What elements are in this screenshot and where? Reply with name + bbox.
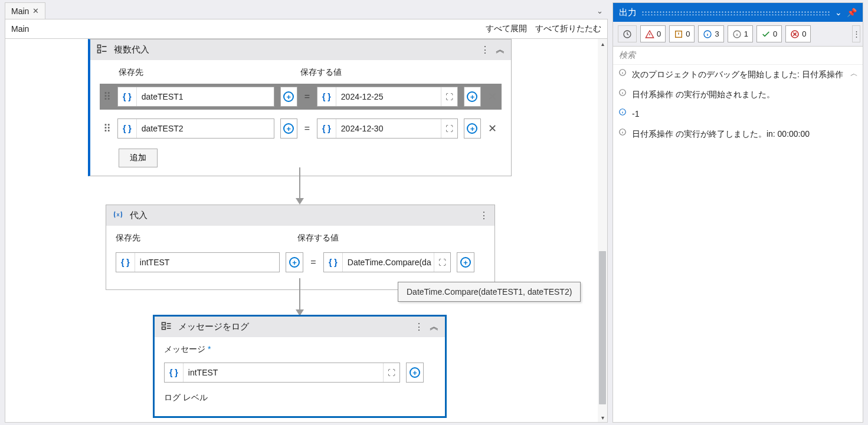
vertical-scrollbar[interactable]: ▴ ▾ — [598, 39, 607, 422]
svg-rect-0 — [98, 45, 101, 48]
breadcrumb-bar: Main すべて展開 すべて折りたたむ — [5, 19, 608, 39]
remove-row-icon[interactable]: ✕ — [487, 90, 498, 103]
scrollbar-thumb[interactable] — [599, 251, 606, 404]
activity-header[interactable]: メッセージをログ ⋮ ︽ — [155, 317, 445, 337]
close-icon[interactable]: ✕ — [32, 6, 39, 15]
activity-title: 代入 — [130, 210, 473, 221]
kebab-icon[interactable]: ⋮ — [479, 210, 489, 221]
filter-trace-button[interactable]: 1 — [728, 25, 753, 42]
trace-count: 1 — [744, 29, 748, 38]
equals-label: = — [309, 257, 317, 268]
expand-icon[interactable]: ⛶ — [434, 253, 450, 272]
tab-bar: Main ✕ ⌄ — [5, 2, 608, 19]
equals-label: = — [303, 123, 311, 134]
tab-main[interactable]: Main ✕ — [5, 2, 45, 19]
output-title: 出力 — [619, 7, 637, 18]
activity-header[interactable]: x 代入 ⋮ — [106, 205, 494, 226]
braces-icon: { } — [118, 119, 137, 138]
filter-warn-button[interactable]: 0 — [669, 25, 695, 42]
filter-overflow-icon[interactable]: ⋮ — [852, 25, 860, 42]
filter-clock-button[interactable] — [618, 25, 637, 42]
variable-plus-button[interactable]: + — [280, 118, 297, 139]
assign-icon: x — [112, 209, 124, 222]
equals-label: = — [303, 91, 311, 102]
log-entry[interactable]: -1 — [613, 104, 863, 124]
value-plus-button[interactable]: + — [464, 87, 481, 107]
variable-field[interactable]: { } intTEST — [116, 252, 280, 272]
filter-info-button[interactable]: 3 — [698, 25, 723, 42]
tooltip-text: DateTime.Compare(dateTEST1, dateTEST2) — [407, 287, 572, 296]
scroll-down-icon[interactable]: ▾ — [598, 413, 607, 422]
column-save-to: 保存先 — [119, 67, 300, 78]
collapse-log-icon[interactable]: ︿ — [850, 68, 858, 79]
connector — [299, 167, 300, 199]
expand-icon[interactable]: ⛶ — [383, 363, 399, 382]
success-count: 0 — [773, 29, 777, 38]
collapse-icon[interactable]: ︽ — [496, 44, 505, 56]
column-value: 保存する値 — [300, 67, 342, 78]
value-field[interactable]: { } 2024-12-30 ⛶ — [317, 118, 458, 139]
kebab-icon[interactable]: ⋮ — [414, 321, 424, 332]
variable-plus-button[interactable]: + — [280, 87, 297, 107]
activity-multi-assign[interactable]: 複数代入 ⋮ ︽ 保存先 保存する値 ⠿ { } dateTEST1 — [88, 39, 512, 176]
activity-title: メッセージをログ — [178, 321, 408, 332]
value-text: 2024-12-30 — [336, 124, 441, 133]
connector — [299, 278, 300, 310]
variable-name: intTEST — [135, 258, 279, 267]
activity-assign[interactable]: x 代入 ⋮ 保存先 保存する値 { } intTEST — [106, 205, 495, 290]
log-entry[interactable]: 次のプロジェクトのデバッグを開始しました: 日付系操作 — [613, 65, 863, 85]
drag-handle-icon[interactable]: ⠿ — [103, 95, 112, 98]
error-count: 0 — [657, 29, 661, 38]
breadcrumb[interactable]: Main — [11, 24, 29, 34]
assign-row[interactable]: ⠿ { } dateTEST1 + = { } 2024-12-25 ⛶ + — [100, 84, 502, 110]
remove-row-icon[interactable]: ✕ — [487, 122, 498, 135]
expand-icon[interactable]: ⛶ — [441, 87, 457, 106]
add-row-button[interactable]: 追加 — [119, 149, 158, 167]
assign-row[interactable]: ⠿ { } dateTEST2 + = { } 2024-12-30 ⛶ + — [100, 116, 502, 141]
value-text: 2024-12-25 — [336, 92, 441, 101]
message-value: intTEST — [184, 368, 383, 377]
required-marker: * — [208, 344, 211, 354]
tab-dropdown[interactable]: ⌄ — [597, 2, 608, 19]
message-plus-button[interactable]: + — [406, 363, 424, 383]
braces-icon: { } — [317, 119, 336, 138]
output-search-input[interactable]: 検索 — [613, 47, 863, 65]
expand-all-button[interactable]: すべて展開 — [486, 24, 527, 34]
filter-success-button[interactable]: 0 — [756, 25, 782, 42]
log-icon — [161, 320, 172, 334]
value-field[interactable]: { } 2024-12-25 ⛶ — [317, 87, 458, 107]
collapse-icon[interactable]: ︽ — [430, 321, 439, 333]
filter-error-button[interactable]: 0 — [640, 25, 666, 42]
variable-name: dateTEST2 — [137, 124, 274, 133]
scroll-up-icon[interactable]: ▴ — [598, 39, 607, 48]
value-field[interactable]: { } DateTime.Compare(da ⛶ — [323, 252, 451, 272]
log-entry[interactable]: 日付系操作 の実行が開始されました。 — [613, 85, 863, 105]
pin-icon[interactable]: 📌 — [847, 8, 857, 17]
message-field[interactable]: { } intTEST ⛶ — [164, 363, 400, 383]
value-text: DateTime.Compare(da — [343, 258, 434, 267]
svg-text:x: x — [117, 212, 120, 218]
activity-log-message[interactable]: メッセージをログ ⋮ ︽ メッセージ * { } intTEST ⛶ — [153, 315, 447, 418]
workflow-canvas[interactable]: 複数代入 ⋮ ︽ 保存先 保存する値 ⠿ { } dateTEST1 — [5, 39, 608, 423]
variable-plus-button[interactable]: + — [286, 252, 303, 272]
collapse-all-button[interactable]: すべて折りたたむ — [535, 24, 601, 34]
chevron-down-icon[interactable]: ⌄ — [835, 8, 842, 17]
log-text: 次のプロジェクトのデバッグを開始しました: 日付系操作 — [632, 68, 843, 81]
activity-header[interactable]: 複数代入 ⋮ ︽ — [90, 39, 511, 60]
info-count: 3 — [715, 29, 719, 38]
log-entry[interactable]: 日付系操作 の実行が終了しました。in: 00:00:00 — [613, 124, 863, 144]
filter-fail-button[interactable]: 0 — [785, 25, 811, 42]
tab-label: Main — [11, 6, 29, 16]
expand-icon[interactable]: ⛶ — [441, 119, 457, 138]
output-title-bar[interactable]: 出力 ⌄ 📌 — [613, 3, 863, 22]
drag-handle-icon[interactable]: ⠿ — [103, 127, 112, 130]
log-text: -1 — [632, 108, 639, 121]
variable-field[interactable]: { } dateTEST2 — [117, 118, 274, 139]
variable-field[interactable]: { } dateTEST1 — [117, 87, 274, 107]
braces-icon: { } — [118, 87, 137, 106]
activity-title: 複数代入 — [114, 44, 474, 55]
kebab-icon[interactable]: ⋮ — [480, 44, 490, 55]
value-plus-button[interactable]: + — [464, 118, 481, 139]
svg-rect-1 — [98, 50, 101, 53]
value-plus-button[interactable]: + — [457, 252, 474, 272]
